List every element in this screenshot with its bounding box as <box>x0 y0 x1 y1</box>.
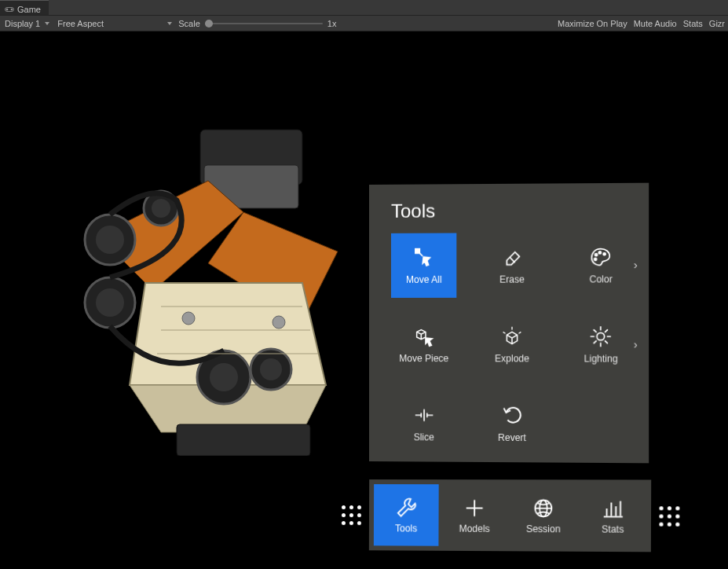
stats-button[interactable]: Stats <box>683 19 703 28</box>
globe-icon <box>531 497 555 520</box>
nav-session[interactable]: Session <box>510 484 576 546</box>
tool-explode[interactable]: Explode <box>479 312 545 377</box>
svg-line-25 <box>510 257 515 262</box>
bar-chart-icon <box>601 497 625 521</box>
chevron-right-icon: › <box>634 337 638 351</box>
tool-erase[interactable]: Erase <box>479 233 545 298</box>
svg-point-19 <box>260 358 282 380</box>
nav-stats[interactable]: Stats <box>580 484 646 547</box>
tool-move-all[interactable]: Move All <box>391 233 457 298</box>
display-dropdown[interactable]: Display 1 <box>3 16 51 31</box>
svg-line-36 <box>605 341 608 343</box>
game-viewport[interactable]: Tools Move All Erase <box>0 31 728 569</box>
svg-rect-9 <box>177 424 310 456</box>
nav-models[interactable]: Models <box>441 484 507 546</box>
game-icon <box>5 6 14 13</box>
gizmos-button[interactable]: Gizr <box>709 19 725 28</box>
svg-point-2 <box>11 9 13 10</box>
move-piece-icon <box>412 325 436 348</box>
tool-lighting[interactable]: Lighting › <box>568 312 635 377</box>
drag-handle-left[interactable] <box>334 497 369 533</box>
chevron-down-icon <box>167 22 172 25</box>
tools-panel-title: Tools <box>391 199 635 222</box>
tools-panel: Tools Move All Erase <box>369 183 649 464</box>
tool-label: Color <box>590 273 613 284</box>
svg-point-29 <box>594 258 597 260</box>
tools-grid: Move All Erase Color › <box>391 233 635 457</box>
nav-label: Tools <box>395 523 417 534</box>
tool-revert[interactable]: Revert <box>479 391 545 456</box>
scale-value: 1x <box>327 19 337 28</box>
game-toolbar: Display 1 Free Aspect Scale 1x Maximize … <box>0 16 728 31</box>
aspect-dropdown[interactable]: Free Aspect <box>56 16 174 31</box>
svg-line-35 <box>594 330 597 332</box>
nav-strip: Tools Models Session <box>334 479 688 552</box>
svg-point-23 <box>182 312 195 325</box>
lighting-icon <box>589 325 613 348</box>
display-label: Display 1 <box>5 19 40 28</box>
maximize-on-play-button[interactable]: Maximize On Play <box>558 19 627 28</box>
svg-point-1 <box>6 9 8 10</box>
tool-label: Revert <box>498 432 526 443</box>
nav-tools[interactable]: Tools <box>374 484 439 546</box>
tool-label: Move Piece <box>399 353 448 364</box>
editor-tab-bar: Game <box>0 0 728 16</box>
svg-point-11 <box>96 226 124 254</box>
tool-slice[interactable]: Slice <box>391 391 457 456</box>
svg-point-26 <box>595 254 598 256</box>
svg-point-24 <box>273 316 285 329</box>
tool-move-piece[interactable]: Move Piece <box>391 312 457 376</box>
svg-line-38 <box>605 330 608 332</box>
tool-color[interactable]: Color › <box>568 233 635 298</box>
mute-audio-button[interactable]: Mute Audio <box>634 19 677 28</box>
nav-label: Session <box>526 523 561 534</box>
svg-line-37 <box>594 341 597 343</box>
nav-label: Stats <box>602 523 624 534</box>
svg-point-17 <box>210 363 238 391</box>
tool-label: Slice <box>414 431 434 442</box>
erase-icon <box>500 245 524 269</box>
plus-icon <box>463 496 487 519</box>
tool-label: Move All <box>406 274 442 285</box>
svg-point-13 <box>96 288 124 317</box>
aspect-label: Free Aspect <box>57 19 104 28</box>
chevron-down-icon <box>45 22 49 25</box>
move-all-icon <box>412 246 436 270</box>
tool-label: Erase <box>499 274 525 285</box>
nav-bar: Tools Models Session <box>369 479 651 552</box>
wrench-icon <box>394 496 418 519</box>
svg-point-27 <box>599 251 602 254</box>
tool-label: Lighting <box>584 353 618 364</box>
explode-icon <box>500 325 524 348</box>
nav-label: Models <box>459 523 489 534</box>
scale-slider-thumb[interactable] <box>205 20 213 28</box>
svg-point-30 <box>597 332 605 340</box>
svg-point-15 <box>152 199 170 218</box>
chevron-right-icon: › <box>634 258 638 271</box>
slice-icon <box>412 403 436 427</box>
tool-label: Explode <box>495 353 529 364</box>
scale-label: Scale <box>178 19 200 28</box>
game-tab[interactable]: Game <box>0 0 49 15</box>
engine-model <box>67 126 373 456</box>
drag-handle-right[interactable] <box>651 497 688 534</box>
scale-slider[interactable] <box>205 23 323 24</box>
palette-icon <box>589 245 613 269</box>
game-tab-label: Game <box>17 5 41 14</box>
svg-point-28 <box>603 253 605 255</box>
revert-icon <box>500 404 524 428</box>
